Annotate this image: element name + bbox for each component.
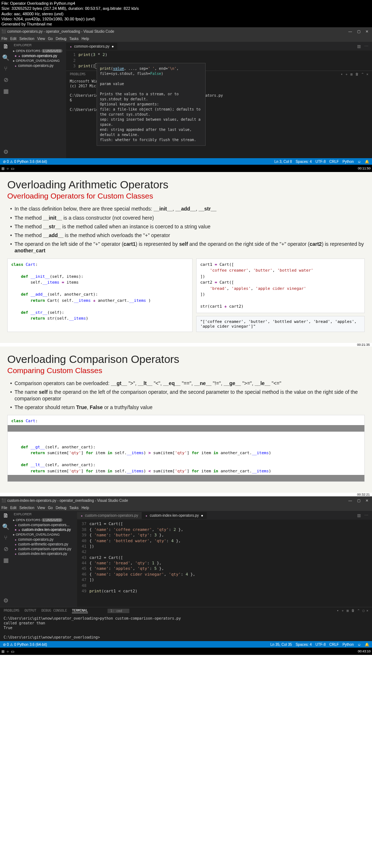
activity-bar: 🗎 🔍 ⑂ ⊘ ▦ ⚙ bbox=[0, 511, 12, 607]
new-terminal-icon[interactable]: + bbox=[345, 72, 347, 76]
window-title: custom-index-len-operators.py - operator… bbox=[7, 499, 128, 503]
terminal-dropdown-icon[interactable]: ▾ bbox=[337, 609, 339, 613]
terminal-dropdown[interactable]: ▾ bbox=[341, 72, 343, 76]
code-output: "['coffee creamer', 'butter', 'bottled w… bbox=[196, 316, 365, 332]
terminal-panel: PROBLEMS OUTPUT DEBUG CONSOLE TERMINAL 1… bbox=[0, 607, 372, 641]
terminal-output[interactable]: C:\Users\eric\git\wnow\operator_overload… bbox=[0, 615, 372, 641]
more-icon[interactable]: ⋯ bbox=[364, 513, 368, 518]
more-icon[interactable]: ⋯ bbox=[364, 44, 368, 49]
title-bar: ⬛ common-operators.py - operator_overloa… bbox=[0, 27, 372, 35]
explorer-sidebar: EXPLORER ▸ OPEN EDITORS 1 UNSAVED ●⬥ com… bbox=[12, 42, 66, 158]
search-icon[interactable]: 🔍 bbox=[2, 54, 9, 61]
title-bar: ⬛ custom-index-len-operators.py - operat… bbox=[0, 496, 372, 504]
panel-output[interactable]: OUTPUT bbox=[24, 609, 36, 613]
editor-area: ⬥custom-comparison-operators.py ⬥custom-… bbox=[77, 511, 372, 607]
menu-bar[interactable]: FileEditSelectionViewGoDebugTasksHelp bbox=[0, 35, 372, 42]
metadata-header: File: Operator Overloading in Python.mp4… bbox=[0, 0, 372, 27]
extensions-icon[interactable]: ▦ bbox=[3, 88, 9, 95]
taskview-icon[interactable]: ▭ bbox=[11, 167, 14, 171]
minimize-icon[interactable]: — bbox=[348, 29, 352, 33]
windows-taskbar[interactable]: ⊞ ○ ▭ 00:43:10 bbox=[0, 648, 372, 655]
slide-subtitle: Overloading Operators for Custom Classes bbox=[7, 192, 365, 200]
maximize-panel-icon[interactable]: ^ bbox=[361, 72, 363, 76]
close-panel-icon[interactable]: ✕ bbox=[367, 72, 368, 76]
split-terminal-icon[interactable]: ▥ bbox=[347, 609, 348, 613]
trash-icon[interactable]: 🗑 bbox=[351, 609, 355, 613]
feedback-icon[interactable]: ☺ bbox=[357, 160, 361, 164]
vscode-window-1: ⬛ common-operators.py - operator_overloa… bbox=[0, 27, 372, 172]
sidebar-item-file[interactable]: ⬥ common-operators.py bbox=[12, 537, 77, 542]
debug-icon[interactable]: ⊘ bbox=[4, 545, 8, 552]
files-icon[interactable]: 🗎 bbox=[3, 512, 9, 519]
folder-section[interactable]: ▸ OPERATOR_OVERLOADING bbox=[12, 58, 66, 63]
code-block-usage: cart1 = Cart([ 'coffee creamer', 'butter… bbox=[196, 259, 365, 313]
tab-comparison[interactable]: ⬥custom-comparison-operators.py bbox=[77, 512, 142, 519]
slide-bullets: Comparison operators can be overloaded: … bbox=[7, 380, 365, 411]
close-panel-icon[interactable]: ▢ ✕ bbox=[363, 609, 368, 613]
extensions-icon[interactable]: ▦ bbox=[3, 557, 9, 564]
slide-bullets: In the class definition below, there are… bbox=[7, 205, 365, 254]
search-icon[interactable]: 🔍 bbox=[2, 523, 9, 530]
start-icon[interactable]: ⊞ bbox=[1, 649, 4, 653]
bell-icon[interactable]: 🔔 bbox=[365, 160, 369, 164]
git-icon[interactable]: ⑂ bbox=[4, 535, 8, 541]
open-editors-section[interactable]: ▸ OPEN EDITORS 1 UNSAVED bbox=[12, 48, 66, 53]
status-bar: ⊘ 0 ⚠ 0 Python 3.6 (64-bit) Ln 35, Col 3… bbox=[0, 641, 372, 648]
cortana-icon[interactable]: ○ bbox=[7, 649, 9, 653]
panel-terminal[interactable]: TERMINAL bbox=[72, 609, 88, 613]
split-terminal-icon[interactable]: ▥ bbox=[351, 72, 352, 76]
sidebar-item-file[interactable]: ●⬥ custom-index-len-operators.py bbox=[12, 527, 77, 532]
sidebar-item-file[interactable]: ●⬥ common-operators.py bbox=[12, 53, 66, 58]
vscode-icon: ⬛ bbox=[1, 29, 6, 33]
cortana-icon[interactable]: ○ bbox=[7, 167, 9, 171]
bell-icon[interactable]: 🔔 bbox=[365, 643, 369, 647]
vscode-window-2: ⬛ custom-index-len-operators.py - operat… bbox=[0, 496, 372, 655]
slide-arithmetic-operators: Overloading Arithmetic Operators Overloa… bbox=[0, 172, 372, 343]
slide-comparison-operators: Overloading Comparison Operators Compari… bbox=[0, 347, 372, 493]
explorer-sidebar: EXPLORER ▸ OPEN EDITORS 1 UNSAVED ⬥ cust… bbox=[12, 511, 77, 607]
files-icon[interactable]: 🗎 bbox=[3, 43, 9, 50]
slide-subtitle: Comparing Custom Classes bbox=[7, 366, 365, 375]
git-icon[interactable]: ⑂ bbox=[4, 65, 8, 72]
vscode-icon: ⬛ bbox=[1, 499, 6, 503]
close-icon[interactable]: ✕ bbox=[365, 499, 368, 503]
status-bar: ⊘ 0 ⚠ 0 Python 3.6 (64-bit) Ln 3, Col 8 … bbox=[0, 158, 372, 165]
gear-icon[interactable]: ⚙ bbox=[3, 597, 8, 604]
sidebar-item-file[interactable]: ⬥ custom-arithmetic-operators.py bbox=[12, 542, 77, 547]
taskview-icon[interactable]: ▭ bbox=[11, 649, 14, 653]
taskbar-clock: 00:43:10 bbox=[358, 649, 371, 653]
close-icon[interactable]: ✕ bbox=[365, 29, 368, 33]
code-block-class: class Cart: def __init__(self, items): s… bbox=[7, 259, 193, 332]
maximize-icon[interactable]: ▢ bbox=[357, 499, 360, 503]
panel-problems[interactable]: PROBLEMS bbox=[4, 609, 19, 613]
tab-common-operators[interactable]: ⬥common-operators.py ● bbox=[66, 43, 117, 50]
taskbar-clock: 00:11:50 bbox=[358, 167, 371, 170]
sidebar-item-file[interactable]: ⬥ common-operators.py bbox=[12, 63, 66, 68]
gear-icon[interactable]: ⚙ bbox=[3, 148, 8, 155]
code-editor[interactable]: 37383940414243444546474849 cart1 = Cart(… bbox=[77, 520, 372, 595]
timestamp: 00:21:35 bbox=[0, 343, 372, 347]
debug-icon[interactable]: ⊘ bbox=[4, 76, 8, 83]
sidebar-item-file[interactable]: ⬥ custom-comparison-operators... bbox=[12, 523, 77, 527]
feedback-icon[interactable]: ☺ bbox=[357, 643, 361, 647]
new-terminal-icon[interactable]: + bbox=[341, 609, 343, 613]
trash-icon[interactable]: 🗑 bbox=[355, 72, 359, 76]
panel-problems[interactable]: PROBLEMS bbox=[70, 72, 85, 76]
tab-index-len[interactable]: ⬥custom-index-len-operators.py ● bbox=[142, 512, 207, 519]
terminal-select[interactable]: 1: cmd bbox=[108, 609, 130, 613]
code-editor[interactable]: 123 print(3 * 2) print([|]) print(value,… bbox=[66, 51, 372, 70]
split-icon[interactable]: ▥ bbox=[357, 44, 361, 49]
panel-debug[interactable]: DEBUG CONSOLE bbox=[41, 609, 67, 613]
explorer-label: EXPLORER bbox=[12, 42, 66, 48]
minimize-icon[interactable]: — bbox=[348, 499, 352, 503]
menu-bar[interactable]: FileEditSelectionViewGoDebugTasksHelp bbox=[0, 504, 372, 511]
sidebar-item-file[interactable]: ⬥ custom-index-len-operators.py bbox=[12, 551, 77, 556]
maximize-panel-icon[interactable]: ^ bbox=[357, 609, 359, 613]
maximize-icon[interactable]: ▢ bbox=[357, 29, 360, 33]
windows-taskbar[interactable]: ⊞ ○ ▭ 00:11:50 bbox=[0, 165, 372, 172]
split-icon[interactable]: ▥ bbox=[357, 513, 361, 518]
window-title: common-operators.py - operator_overloadi… bbox=[7, 29, 114, 33]
start-icon[interactable]: ⊞ bbox=[1, 167, 4, 171]
sidebar-item-file[interactable]: ⬥ custom-comparison-operators.py bbox=[12, 547, 77, 551]
slide-title: Overloading Comparison Operators bbox=[7, 353, 365, 365]
